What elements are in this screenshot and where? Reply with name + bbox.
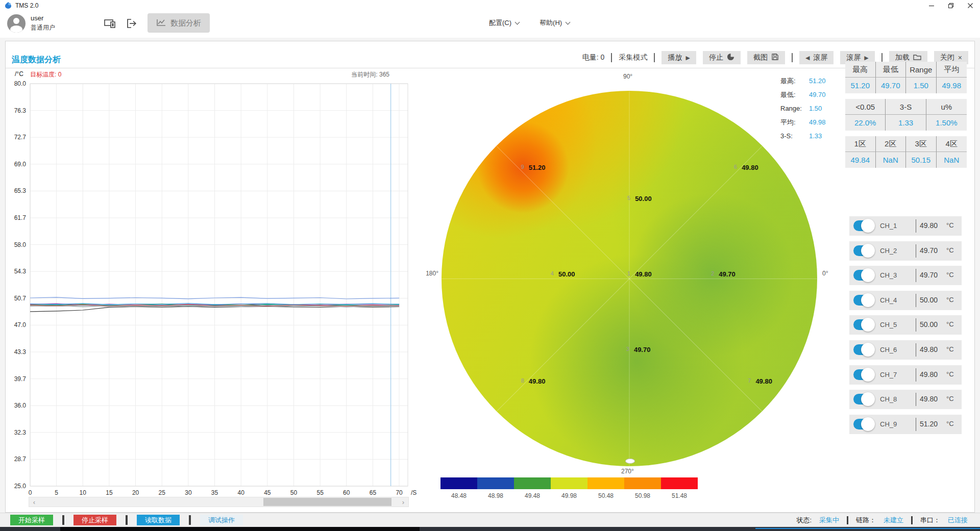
channel-toggle-CH_5[interactable] <box>853 319 873 330</box>
y-tick-label: 58.0 <box>14 241 27 248</box>
right-arrow-icon: ▶ <box>864 55 868 61</box>
stat-table-value: 50.15 <box>906 152 937 168</box>
polar-rotate-handle[interactable] <box>625 459 635 464</box>
toggle-knob <box>861 268 875 282</box>
heatmap-point-2: 249.70 <box>711 269 736 279</box>
action-button-3[interactable]: 读取数据 <box>137 515 180 525</box>
app-window: TMS 2.0 user 普通用户 <box>0 0 980 531</box>
angle-label-0: 0° <box>822 270 828 277</box>
menu-help[interactable]: 帮助(H) <box>540 18 570 28</box>
channel-toggle-CH_2[interactable] <box>853 245 873 256</box>
minimize-button[interactable] <box>922 0 941 11</box>
point-index: 8 <box>521 377 524 384</box>
toggle-knob <box>861 318 875 332</box>
y-tick-label: 69.0 <box>14 161 27 168</box>
scrollbar-right-arrow[interactable]: › <box>399 498 407 506</box>
x-tick-label: 15 <box>106 489 113 496</box>
channel-unit: °C <box>946 271 954 279</box>
channel-unit: °C <box>946 320 954 328</box>
devices-icon[interactable] <box>102 16 117 31</box>
stop-button[interactable]: 停止 <box>703 51 741 64</box>
channel-value: 49.70 <box>920 246 938 255</box>
channel-unit: °C <box>946 246 954 254</box>
data-analysis-button[interactable]: 数据分析 <box>148 13 210 33</box>
x-tick-label: 35 <box>211 489 218 496</box>
analysis-panel: 温度数据分析 电量: 0 采集模式 播放 ▶ 停止 截图 <box>5 41 975 513</box>
polar-stat-row: Range:1.50 <box>780 102 826 115</box>
action-button-1[interactable]: 开始采样 <box>10 515 53 525</box>
channel-toggle-CH_3[interactable] <box>853 270 873 281</box>
channel-name: CH_7 <box>880 371 897 378</box>
chart-scrollbar[interactable]: ‹ › <box>29 497 409 507</box>
toolbar-separator <box>881 53 883 62</box>
capture-mode-label[interactable]: 采集模式 <box>619 53 647 62</box>
scroll-back-button[interactable]: ◀ 滚屏 <box>799 51 834 64</box>
channel-name: CH_6 <box>880 346 897 353</box>
channel-toggle-CH_8[interactable] <box>853 394 873 404</box>
action-button-4[interactable]: 调试操作 <box>200 515 243 525</box>
logout-icon[interactable] <box>124 16 139 31</box>
toggle-knob <box>861 343 875 357</box>
x-tick-label: 65 <box>370 489 377 496</box>
stat-value: 49.70 <box>809 91 826 98</box>
close-button[interactable] <box>961 0 980 11</box>
stat-table: <0.053-Su%22.0%1.331.50% <box>845 99 967 131</box>
channel-divider <box>916 318 916 332</box>
heatmap-point-8: 849.80 <box>521 376 546 386</box>
play-button[interactable]: 播放 ▶ <box>662 51 696 64</box>
point-index: 9 <box>521 164 524 170</box>
status-value: 已连接 <box>948 516 968 525</box>
point-value: 49.80 <box>635 270 652 278</box>
stat-table-value: NaN <box>937 152 967 168</box>
channel-row-CH_5: CH_550.00°C <box>849 315 962 335</box>
scrollbar-left-arrow[interactable]: ‹ <box>30 498 38 506</box>
user-role: 普通用户 <box>31 23 55 32</box>
channel-toggle-CH_9[interactable] <box>853 419 873 429</box>
channel-toggle-CH_1[interactable] <box>853 220 873 231</box>
x-tick-label: 5 <box>55 489 58 496</box>
channel-divider <box>916 294 916 307</box>
screenshot-button[interactable]: 截图 <box>747 51 785 64</box>
x-tick-label: 10 <box>80 489 87 496</box>
channel-value: 49.80 <box>920 345 938 353</box>
channel-name: CH_8 <box>880 395 897 403</box>
restore-button[interactable] <box>941 0 961 11</box>
status-value: 未建立 <box>884 516 903 525</box>
x-tick-label: 20 <box>132 489 139 496</box>
heatmap-point-3: 349.70 <box>626 345 651 354</box>
user-name: user <box>31 14 43 22</box>
angle-label-180: 180° <box>412 270 438 277</box>
temperature-line-chart: 80.076.372.769.065.361.758.054.350.747.0… <box>6 72 419 496</box>
channel-list: CH_149.80°CCH_249.70°CCH_349.70°CCH_450.… <box>849 216 962 439</box>
channel-toggle-CH_4[interactable] <box>853 295 873 306</box>
menu-config[interactable]: 配置(C) <box>489 18 519 28</box>
channel-toggle-CH_7[interactable] <box>853 369 873 380</box>
point-value: 49.70 <box>634 346 651 353</box>
stat-label: 3-S: <box>780 132 809 140</box>
colorbar-label: 48.98 <box>477 492 514 499</box>
y-tick-label: 43.3 <box>14 348 27 356</box>
stat-table-value: 49.98 <box>937 78 967 93</box>
heatmap-point-5: 550.00 <box>627 194 652 203</box>
action-button-2[interactable]: 停止采样 <box>74 515 116 525</box>
channel-name: CH_9 <box>880 420 897 428</box>
channel-unit: °C <box>946 420 954 427</box>
user-avatar <box>7 14 26 33</box>
point-value: 49.80 <box>742 164 758 171</box>
statusbar-separator <box>62 515 64 525</box>
statusbar-separator <box>189 515 191 525</box>
statusbar-separator <box>126 515 128 525</box>
scrollbar-thumb[interactable] <box>263 498 391 506</box>
stat-table-value: 49.84 <box>845 152 876 168</box>
polar-stat-row: 3-S:1.33 <box>780 129 826 143</box>
colorbar-segment <box>440 477 477 489</box>
channel-toggle-CH_6[interactable] <box>853 344 873 355</box>
stat-value: 1.50 <box>809 105 822 112</box>
channel-row-CH_3: CH_349.70°C <box>849 266 962 285</box>
colorbar-segment <box>551 477 587 489</box>
stat-table-header: 1区 <box>845 136 876 152</box>
x-tick-label: 25 <box>159 489 166 496</box>
taskbar-blue-line <box>755 528 980 529</box>
toolbar-separator <box>611 53 612 62</box>
stat-table: 1区2区3区4区49.84NaN50.15NaN <box>845 136 967 168</box>
